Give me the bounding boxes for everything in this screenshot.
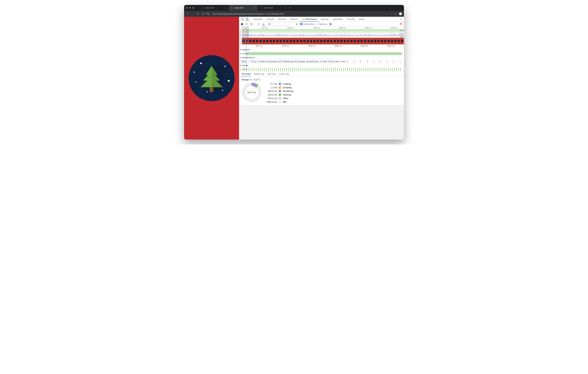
trash-icon[interactable] — [329, 23, 332, 26]
screenshot-thumb[interactable] — [364, 38, 367, 44]
tab-event-log[interactable]: Event Log — [279, 73, 289, 75]
close-tab-icon[interactable]: × — [284, 7, 285, 9]
screenshot-thumb[interactable] — [323, 38, 326, 44]
screenshot-thumb[interactable] — [266, 38, 269, 44]
profile-avatar[interactable] — [399, 12, 402, 15]
screenshot-thumb[interactable] — [283, 38, 286, 44]
tab-application[interactable]: Application — [331, 17, 345, 22]
settings-gear-icon[interactable] — [399, 22, 402, 26]
screenshot-thumb[interactable] — [384, 38, 387, 44]
track-gpu[interactable]: GPU — [239, 67, 404, 71]
overview-selection[interactable] — [242, 27, 249, 44]
screenshot-thumb[interactable] — [353, 38, 357, 44]
screenshot-thumb[interactable] — [262, 38, 265, 44]
screenshot-thumb[interactable] — [286, 38, 289, 44]
screenshot-thumb[interactable] — [367, 38, 370, 44]
tab-security[interactable]: Security — [345, 17, 356, 22]
screenshot-thumb[interactable] — [316, 38, 319, 44]
browser-tab-0[interactable]: index.html × — [199, 5, 229, 11]
track-frames[interactable]: Frames — [239, 52, 404, 56]
memory-checkbox[interactable]: Memory — [317, 23, 327, 25]
screenshot-thumb[interactable] — [326, 38, 330, 44]
close-tab-icon[interactable]: × — [225, 7, 226, 9]
screenshot-thumb[interactable] — [289, 38, 293, 44]
close-tab-icon[interactable]: × — [255, 7, 256, 9]
browser-tab-1[interactable]: index.html × — [229, 5, 258, 11]
screenshot-thumb[interactable] — [256, 38, 259, 44]
screenshot-thumb[interactable] — [303, 38, 306, 44]
screenshot-thumb[interactable] — [269, 38, 272, 44]
save-profile-button[interactable] — [262, 23, 265, 26]
forward-button[interactable] — [191, 12, 194, 15]
screenshots-strip[interactable] — [242, 38, 404, 44]
screenshot-thumb[interactable] — [343, 38, 346, 44]
zoom-window-button[interactable] — [192, 7, 194, 9]
overview-scrubber[interactable] — [240, 30, 241, 44]
screenshot-thumb[interactable] — [299, 38, 303, 44]
screenshot-thumb[interactable] — [390, 38, 394, 44]
screenshot-thumb[interactable] — [320, 38, 323, 44]
screenshot-thumb[interactable] — [357, 38, 360, 44]
track-interactions[interactable]: Interactionstion — [239, 56, 404, 60]
screenshot-thumb[interactable] — [259, 38, 262, 44]
track-network[interactable]: Network — [239, 48, 404, 52]
screenshot-thumb[interactable] — [380, 38, 383, 44]
screenshot-thumb[interactable] — [401, 38, 404, 44]
screenshot-thumb[interactable] — [394, 38, 397, 44]
tab-audits[interactable]: Audits — [357, 17, 366, 22]
tab-console[interactable]: Console — [265, 17, 276, 22]
kebab-menu-icon[interactable]: ⋮ — [394, 17, 398, 21]
extensions-icon[interactable]: ⁝≡ — [395, 12, 397, 15]
record-button[interactable] — [241, 23, 243, 25]
overview-cursor[interactable] — [247, 27, 247, 44]
screenshots-checkbox[interactable]: Screenshots — [300, 23, 315, 25]
screenshot-thumb[interactable] — [333, 38, 336, 44]
screenshot-thumb[interactable] — [370, 38, 373, 44]
load-profile-button[interactable] — [257, 23, 260, 26]
close-window-button[interactable] — [186, 7, 188, 9]
tab-bottom-up[interactable]: Bottom-Up — [254, 73, 264, 75]
screenshot-thumb[interactable] — [340, 38, 343, 44]
tab-elements[interactable]: Elements — [252, 17, 264, 22]
new-tab-button[interactable]: + — [288, 6, 293, 10]
minimize-window-button[interactable] — [189, 7, 191, 9]
clear-button[interactable] — [250, 23, 253, 26]
screenshot-thumb[interactable] — [310, 38, 313, 44]
screenshot-thumb[interactable] — [252, 38, 255, 44]
tab-network[interactable]: Network — [288, 17, 300, 22]
flamechart[interactable]: 500 ms 1000 ms 1500 ms 2000 ms 2500 ms 3… — [239, 44, 404, 71]
tab-summary[interactable]: Summary — [242, 71, 251, 76]
screenshot-thumb[interactable] — [374, 38, 377, 44]
tab-call-tree[interactable]: Call Tree — [267, 73, 276, 75]
screenshot-thumb[interactable] — [360, 38, 363, 44]
tab-memory[interactable]: Memory — [319, 17, 330, 22]
device-toolbar-icon[interactable] — [245, 17, 249, 21]
screenshot-thumb[interactable] — [387, 38, 390, 44]
screenshot-thumb[interactable] — [330, 38, 333, 44]
profile-select[interactable]: #2 — [267, 22, 298, 26]
site-info-icon[interactable]: i — [202, 12, 204, 15]
flamechart-cursor[interactable] — [246, 44, 247, 71]
tab-sources[interactable]: Sources — [277, 17, 288, 22]
screenshot-thumb[interactable] — [397, 38, 400, 44]
reload-button[interactable] — [197, 12, 199, 15]
timeline-overview[interactable]: 500 ms 1000 ms 1500 ms 2000 ms 2500 ms 3… — [239, 27, 404, 44]
screenshot-thumb[interactable] — [347, 38, 350, 44]
tab-performance[interactable]: Performance — [300, 17, 318, 22]
reload-record-button[interactable] — [245, 23, 248, 26]
screenshot-thumb[interactable] — [296, 38, 299, 44]
screenshot-thumb[interactable] — [249, 38, 252, 44]
screenshot-thumb[interactable] — [279, 38, 282, 44]
inspect-element-icon[interactable] — [241, 17, 244, 21]
screenshot-thumb[interactable] — [276, 38, 279, 44]
close-devtools-icon[interactable]: ✕ — [399, 17, 403, 21]
track-raster[interactable]: Raster — [239, 64, 404, 67]
screenshot-thumb[interactable] — [350, 38, 353, 44]
screenshot-thumb[interactable] — [306, 38, 309, 44]
track-main[interactable]: Main — file:///Users/alyssanicoll/Deskto… — [239, 60, 404, 64]
back-button[interactable] — [186, 12, 189, 15]
screenshot-thumb[interactable] — [336, 38, 340, 44]
screenshot-thumb[interactable] — [377, 38, 380, 44]
bookmark-icon[interactable]: ☆ — [390, 12, 392, 15]
screenshot-thumb[interactable] — [273, 38, 276, 44]
